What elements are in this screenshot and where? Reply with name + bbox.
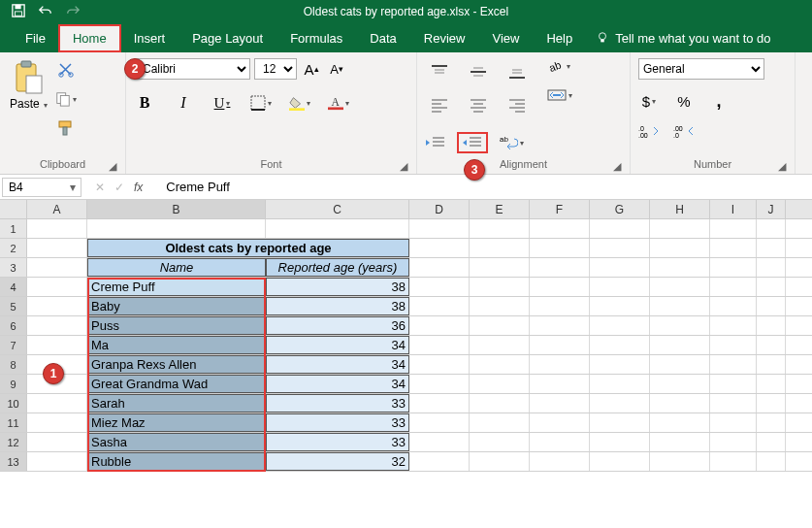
cell[interactable]: [27, 278, 87, 296]
cell[interactable]: [530, 297, 590, 315]
tell-me[interactable]: Tell me what you want to do: [596, 31, 770, 46]
cell[interactable]: [650, 336, 710, 354]
cell[interactable]: [590, 375, 650, 393]
increase-decimal-button[interactable]: .0.00: [638, 122, 660, 142]
accounting-format-button[interactable]: $: [638, 91, 660, 111]
cell[interactable]: [710, 433, 757, 451]
align-right-button[interactable]: [503, 91, 532, 118]
cell[interactable]: Ma: [87, 336, 266, 354]
col-head[interactable]: H: [650, 200, 710, 218]
cell[interactable]: [650, 297, 710, 315]
cell[interactable]: [409, 297, 470, 315]
cell[interactable]: [650, 413, 710, 432]
cell[interactable]: Reported age (years): [266, 258, 409, 277]
cell[interactable]: [710, 452, 757, 471]
row-head[interactable]: 3: [0, 258, 27, 277]
cell[interactable]: [530, 336, 590, 354]
save-icon[interactable]: [12, 4, 25, 20]
tab-home[interactable]: Home: [59, 25, 120, 51]
cell[interactable]: Sasha: [87, 433, 266, 451]
cell[interactable]: [87, 219, 266, 238]
decrease-decimal-button[interactable]: .00.0: [673, 122, 695, 142]
cell[interactable]: [530, 278, 590, 296]
cell[interactable]: [470, 336, 530, 354]
row-head[interactable]: 4: [0, 278, 27, 296]
cell[interactable]: [650, 219, 710, 238]
cell[interactable]: [757, 452, 786, 471]
cell[interactable]: [27, 413, 87, 432]
cell[interactable]: [409, 413, 470, 432]
cell[interactable]: [470, 219, 530, 238]
cell[interactable]: [757, 336, 786, 354]
cell[interactable]: 33: [266, 433, 409, 451]
cell[interactable]: Name: [87, 258, 266, 277]
row-head[interactable]: 2: [0, 239, 27, 257]
cell[interactable]: [27, 219, 87, 238]
cell[interactable]: Baby: [87, 297, 266, 315]
number-format-combo[interactable]: General: [638, 58, 764, 80]
row-head[interactable]: 13: [0, 452, 27, 471]
cell[interactable]: [266, 219, 409, 238]
cell[interactable]: Sarah: [87, 394, 266, 412]
cell[interactable]: [530, 355, 590, 374]
cell[interactable]: 38: [266, 297, 409, 315]
cell[interactable]: [27, 433, 87, 451]
cell[interactable]: [27, 336, 87, 354]
cell[interactable]: Creme Puff: [87, 278, 266, 296]
align-bottom-button[interactable]: [503, 58, 532, 85]
cell[interactable]: [650, 394, 710, 412]
cell[interactable]: [27, 394, 87, 412]
cell[interactable]: [757, 278, 786, 296]
dialog-launcher-icon[interactable]: ◢: [399, 160, 408, 170]
cell[interactable]: [470, 297, 530, 315]
cell[interactable]: [409, 394, 470, 412]
select-all-corner[interactable]: [0, 200, 27, 218]
cell[interactable]: 34: [266, 336, 409, 354]
cell[interactable]: [710, 219, 757, 238]
cell[interactable]: [590, 258, 650, 277]
cell[interactable]: [590, 413, 650, 432]
fx-icon[interactable]: fx: [134, 181, 143, 194]
cell[interactable]: Puss: [87, 316, 266, 335]
cell[interactable]: 38: [266, 278, 409, 296]
cell[interactable]: [590, 336, 650, 354]
cell[interactable]: [27, 316, 87, 335]
cell[interactable]: [590, 316, 650, 335]
cell[interactable]: [710, 336, 757, 354]
dialog-launcher-icon[interactable]: ◢: [108, 160, 117, 170]
cell[interactable]: 33: [266, 413, 409, 432]
row-head[interactable]: 1: [0, 219, 27, 238]
cell[interactable]: [530, 219, 590, 238]
cell[interactable]: Great Grandma Wad: [87, 375, 266, 393]
row-head[interactable]: 7: [0, 336, 27, 354]
undo-icon[interactable]: [39, 4, 52, 20]
cell[interactable]: [27, 452, 87, 471]
cell[interactable]: [710, 278, 757, 296]
cell[interactable]: [530, 452, 590, 471]
percent-format-button[interactable]: %: [673, 91, 695, 111]
col-head[interactable]: I: [710, 200, 757, 218]
cell[interactable]: [470, 355, 530, 374]
col-head[interactable]: J: [757, 200, 786, 218]
font-name-combo[interactable]: Calibri: [134, 58, 250, 80]
cell[interactable]: [409, 355, 470, 374]
format-painter-button[interactable]: [55, 118, 77, 138]
cell[interactable]: [650, 433, 710, 451]
cell[interactable]: [710, 297, 757, 315]
cell[interactable]: [757, 394, 786, 412]
cell[interactable]: Granpa Rexs Allen: [87, 355, 266, 374]
copy-button[interactable]: [55, 89, 77, 109]
row-head[interactable]: 6: [0, 316, 27, 335]
cell[interactable]: 34: [266, 355, 409, 374]
col-head[interactable]: F: [530, 200, 590, 218]
tab-insert[interactable]: Insert: [120, 25, 179, 51]
font-size-combo[interactable]: 12: [254, 58, 297, 80]
increase-indent-button[interactable]: [458, 133, 487, 152]
increase-font-button[interactable]: A▴: [301, 59, 322, 79]
merge-center-button[interactable]: [547, 87, 572, 103]
cell[interactable]: [409, 239, 470, 257]
cell[interactable]: [650, 355, 710, 374]
cell[interactable]: [409, 219, 470, 238]
cell[interactable]: [650, 278, 710, 296]
cell[interactable]: Miez Maz: [87, 413, 266, 432]
